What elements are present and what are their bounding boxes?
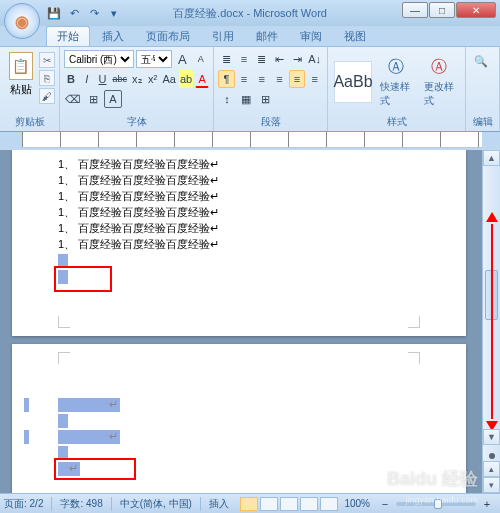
- change-styles-button[interactable]: Ⓐ 更改样式: [420, 54, 460, 110]
- clear-format-button[interactable]: ⌫: [64, 90, 82, 108]
- status-lang[interactable]: 中文(简体, 中国): [120, 497, 192, 511]
- qat-more-icon[interactable]: ▾: [106, 5, 122, 21]
- dedent-button[interactable]: ⇤: [271, 50, 288, 68]
- style-preview-1[interactable]: AaBb: [334, 61, 372, 103]
- grow-font-button[interactable]: A: [174, 50, 191, 68]
- scroll-up-button[interactable]: ▲: [483, 150, 500, 166]
- list-item[interactable]: 1、 百度经验百度经验百度经验↵: [58, 156, 420, 172]
- group-font: Calibri (西) 五号 A A B I U abc x₂ x² Aa ab…: [60, 47, 214, 131]
- bullets-button[interactable]: ≣: [218, 50, 235, 68]
- group-clipboard: 📋 粘贴 ✂ ⎘ 🖌 剪贴板: [0, 47, 60, 131]
- highlight-button[interactable]: ab: [179, 70, 193, 88]
- status-page[interactable]: 页面: 2/2: [4, 497, 43, 511]
- crop-mark-icon: [404, 312, 420, 328]
- prev-page-button[interactable]: ▴: [483, 461, 500, 477]
- subscript-button[interactable]: x₂: [130, 70, 144, 88]
- page-2[interactable]: ↵ ↵ ↵: [12, 344, 466, 493]
- document-area[interactable]: 1、 百度经验百度经验百度经验↵ 1、 百度经验百度经验百度经验↵ 1、 百度经…: [0, 150, 482, 493]
- format-painter-button[interactable]: 🖌: [39, 88, 55, 104]
- quick-styles-label: 快速样式: [380, 80, 412, 108]
- scroll-down-button[interactable]: ▼: [483, 429, 500, 445]
- tab-home[interactable]: 开始: [46, 26, 90, 46]
- crop-mark-icon: [58, 312, 74, 328]
- tab-view[interactable]: 视图: [334, 27, 376, 46]
- zoom-out-button[interactable]: −: [376, 495, 394, 513]
- char-border-button[interactable]: A: [104, 90, 122, 108]
- marks-button[interactable]: ¶: [218, 70, 235, 88]
- window-controls: — □ ✕: [402, 2, 496, 18]
- watermark-url: jingyan.baidu.com: [405, 495, 478, 505]
- align-left-button[interactable]: ≡: [236, 70, 253, 88]
- ribbon: 📋 粘贴 ✂ ⎘ 🖌 剪贴板 Calibri (西) 五号 A A B I U: [0, 46, 500, 132]
- case-button[interactable]: Aa: [162, 70, 177, 88]
- phonetic-button[interactable]: ⊞: [84, 90, 102, 108]
- tab-insert[interactable]: 插入: [92, 27, 134, 46]
- bold-button[interactable]: B: [64, 70, 78, 88]
- align-right-button[interactable]: ≡: [271, 70, 288, 88]
- list-item[interactable]: 1、 百度经验百度经验百度经验↵: [58, 172, 420, 188]
- zoom-value[interactable]: 100%: [344, 498, 370, 509]
- office-button[interactable]: ◉: [4, 3, 40, 39]
- find-button[interactable]: 🔍: [472, 52, 490, 70]
- zoom-in-button[interactable]: +: [478, 495, 496, 513]
- next-page-button[interactable]: ▾: [483, 477, 500, 493]
- save-icon[interactable]: 💾: [46, 5, 62, 21]
- view-outline-button[interactable]: [300, 497, 318, 511]
- indent-button[interactable]: ⇥: [289, 50, 306, 68]
- underline-button[interactable]: U: [96, 70, 110, 88]
- sort-button[interactable]: A↓: [306, 50, 323, 68]
- tab-review[interactable]: 审阅: [290, 27, 332, 46]
- align-center-button[interactable]: ≡: [253, 70, 270, 88]
- minimize-button[interactable]: —: [402, 2, 428, 18]
- font-name-select[interactable]: Calibri (西): [64, 50, 134, 68]
- horizontal-ruler[interactable]: [22, 132, 482, 148]
- numbering-button[interactable]: ≡: [236, 50, 253, 68]
- tab-references[interactable]: 引用: [202, 27, 244, 46]
- distribute-button[interactable]: ≡: [306, 70, 323, 88]
- list-item[interactable]: 1、 百度经验百度经验百度经验↵: [58, 220, 420, 236]
- justify-button[interactable]: ≡: [289, 70, 306, 88]
- list-item[interactable]: 1、 百度经验百度经验百度经验↵: [58, 204, 420, 220]
- view-draft-button[interactable]: [320, 497, 338, 511]
- view-fullscreen-button[interactable]: [260, 497, 278, 511]
- shrink-font-button[interactable]: A: [193, 50, 210, 68]
- line-spacing-button[interactable]: ↕: [218, 90, 236, 108]
- quick-styles-button[interactable]: Ⓐ 快速样式: [376, 54, 416, 110]
- text-selection: [24, 430, 29, 444]
- undo-icon[interactable]: ↶: [66, 5, 82, 21]
- annotation-arrow-icon: [486, 212, 498, 222]
- separator: [111, 497, 112, 511]
- text-selection: [58, 414, 68, 428]
- copy-button[interactable]: ⎘: [39, 70, 55, 86]
- list-item[interactable]: 1、 百度经验百度经验百度经验↵: [58, 236, 420, 252]
- status-mode[interactable]: 插入: [209, 497, 229, 511]
- paste-button[interactable]: 📋 粘贴: [4, 50, 37, 97]
- ribbon-tabs: 开始 插入 页面布局 引用 邮件 审阅 视图: [46, 26, 500, 46]
- vertical-scrollbar[interactable]: ▲ ▼ ▴ ▾: [482, 150, 500, 493]
- group-label-font: 字体: [64, 114, 209, 130]
- annotation-box: [54, 266, 112, 292]
- tab-mailings[interactable]: 邮件: [246, 27, 288, 46]
- view-web-button[interactable]: [280, 497, 298, 511]
- font-size-select[interactable]: 五号: [136, 50, 172, 68]
- maximize-button[interactable]: □: [429, 2, 455, 18]
- status-words[interactable]: 字数: 498: [60, 497, 102, 511]
- strike-button[interactable]: abc: [111, 70, 128, 88]
- group-label-paragraph: 段落: [218, 114, 323, 130]
- cut-button[interactable]: ✂: [39, 52, 55, 68]
- browse-object-button[interactable]: [489, 453, 495, 459]
- change-styles-icon: Ⓐ: [428, 56, 450, 78]
- font-color-button[interactable]: A: [195, 70, 209, 88]
- list-item[interactable]: 1、 百度经验百度经验百度经验↵: [58, 188, 420, 204]
- tab-layout[interactable]: 页面布局: [136, 27, 200, 46]
- page-1[interactable]: 1、 百度经验百度经验百度经验↵ 1、 百度经验百度经验百度经验↵ 1、 百度经…: [12, 150, 466, 336]
- shading-button[interactable]: ▦: [237, 90, 255, 108]
- text-selection: [24, 398, 29, 412]
- borders-button[interactable]: ⊞: [256, 90, 274, 108]
- close-button[interactable]: ✕: [456, 2, 496, 18]
- multilevel-button[interactable]: ≣: [253, 50, 270, 68]
- italic-button[interactable]: I: [80, 70, 94, 88]
- redo-icon[interactable]: ↷: [86, 5, 102, 21]
- superscript-button[interactable]: x²: [146, 70, 160, 88]
- view-print-layout-button[interactable]: [240, 497, 258, 511]
